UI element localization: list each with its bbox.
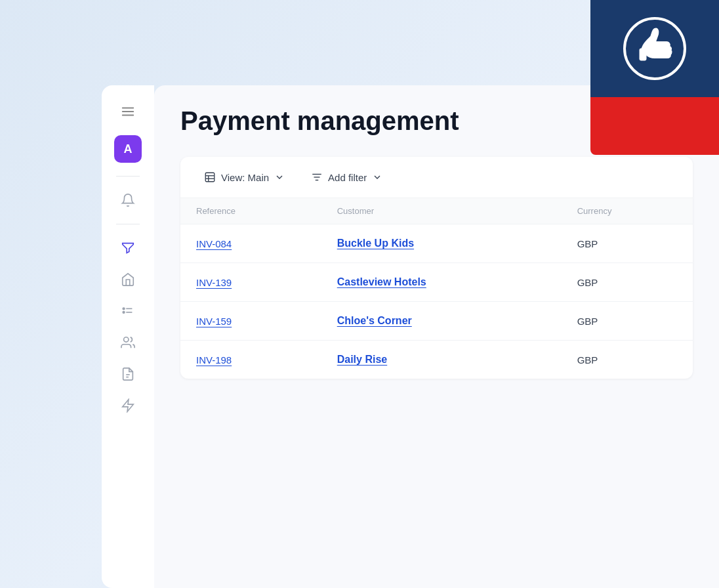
cell-reference[interactable]: INV-159	[180, 302, 321, 341]
logo-top	[590, 0, 719, 97]
view-label: View: Main	[221, 172, 269, 183]
cell-reference[interactable]: INV-198	[180, 341, 321, 379]
sidebar-item-tasks[interactable]	[115, 298, 141, 324]
cell-currency: GBP	[562, 302, 693, 341]
sidebar-item-lightning[interactable]	[115, 392, 141, 419]
add-filter-button[interactable]: Add filter	[303, 167, 390, 187]
col-customer: Customer	[321, 198, 562, 224]
table-row: INV-159Chloe's CornerGBP	[180, 302, 693, 341]
view-selector[interactable]: View: Main	[196, 167, 293, 187]
col-reference: Reference	[180, 198, 321, 224]
cell-currency: GBP	[562, 341, 693, 379]
sidebar-item-notifications[interactable]	[115, 187, 141, 213]
payment-table: Reference Customer Currency INV-084Buckl…	[180, 198, 693, 379]
logo-icon	[622, 16, 688, 81]
col-currency: Currency	[562, 198, 693, 224]
logo-badge	[590, 0, 719, 155]
sidebar-item-invoices[interactable]	[115, 361, 141, 387]
cell-reference[interactable]: INV-084	[180, 224, 321, 263]
svg-marker-10	[123, 400, 134, 411]
table-container: View: Main Add filter	[180, 157, 693, 379]
sidebar-item-contacts[interactable]	[115, 329, 141, 356]
sidebar-divider-2	[116, 224, 140, 224]
table-row: INV-084Buckle Up KidsGBP	[180, 224, 693, 263]
sidebar-item-filter[interactable]	[115, 235, 141, 261]
table-toolbar: View: Main Add filter	[180, 157, 693, 198]
avatar[interactable]: A	[114, 135, 142, 163]
cell-customer[interactable]: Daily Rise	[321, 341, 562, 379]
cell-currency: GBP	[562, 224, 693, 263]
filter-label: Add filter	[328, 172, 367, 183]
cell-reference[interactable]: INV-139	[180, 263, 321, 302]
cell-customer[interactable]: Chloe's Corner	[321, 302, 562, 341]
main-content: Payment management View: Main	[154, 85, 719, 588]
svg-point-3	[123, 308, 125, 310]
svg-rect-19	[640, 49, 646, 60]
table-icon	[204, 171, 216, 183]
logo-bottom	[590, 97, 719, 155]
filter-icon	[311, 171, 323, 183]
svg-rect-11	[205, 173, 215, 182]
sidebar: A	[102, 85, 154, 588]
cell-customer[interactable]: Buckle Up Kids	[321, 224, 562, 263]
table-row: INV-139Castleview HotelsGBP	[180, 263, 693, 302]
svg-point-7	[124, 337, 129, 342]
table-header-row: Reference Customer Currency	[180, 198, 693, 224]
chevron-down-icon-2	[372, 172, 382, 182]
sidebar-item-home[interactable]	[115, 266, 141, 293]
svg-point-5	[123, 311, 125, 313]
menu-toggle-button[interactable]	[115, 98, 141, 125]
sidebar-divider-1	[116, 176, 140, 177]
chevron-down-icon	[274, 172, 285, 182]
cell-customer[interactable]: Castleview Hotels	[321, 263, 562, 302]
table-row: INV-198Daily RiseGBP	[180, 341, 693, 379]
cell-currency: GBP	[562, 263, 693, 302]
